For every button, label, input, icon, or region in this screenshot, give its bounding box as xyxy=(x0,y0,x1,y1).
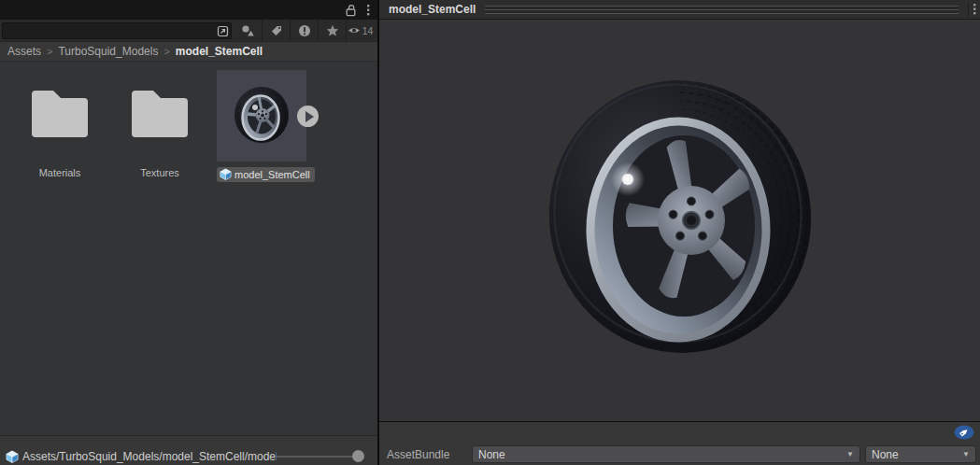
favorites-star-button[interactable] xyxy=(318,20,346,41)
grid-item-model-stemcell[interactable]: model_StemCell xyxy=(217,70,306,162)
prefab-cube-icon xyxy=(6,450,19,463)
thumbnail-size-slider[interactable] xyxy=(277,450,370,463)
asset-label: Materials xyxy=(15,167,105,178)
preview-panel: model_StemCell xyxy=(379,0,980,465)
eye-icon xyxy=(348,25,361,35)
selected-asset-path: Assets/TurboSquid_Models/model_StemCell/… xyxy=(22,450,277,463)
preview-header: model_StemCell xyxy=(379,0,980,20)
project-search-toolbar: 14 xyxy=(0,20,377,42)
model-thumbnail-tile xyxy=(217,70,306,162)
preview-title: model_StemCell xyxy=(389,3,476,16)
unlock-icon[interactable] xyxy=(345,4,357,17)
prefab-cube-icon xyxy=(220,168,232,180)
project-browser-titlebar xyxy=(0,0,377,20)
preview-kebab-menu-icon[interactable] xyxy=(973,3,976,16)
search-input[interactable] xyxy=(2,22,232,39)
toolbar-buttons: 14 xyxy=(234,20,377,41)
wheel-thumbnail xyxy=(232,86,291,146)
filter-by-type-button[interactable] xyxy=(234,20,262,41)
model-preview-render[interactable] xyxy=(540,77,820,357)
project-browser-panel: 14 Assets > TurboSquid_Models > model_St… xyxy=(0,0,377,465)
preview-footer: AssetBundle None ▼ None ▼ xyxy=(379,421,980,465)
play-icon xyxy=(305,111,314,122)
breadcrumb-separator: > xyxy=(47,46,52,57)
folder-thumbnail xyxy=(15,70,105,162)
assetbundle-row: AssetBundle None ▼ None ▼ xyxy=(379,444,980,465)
breadcrumb: Assets > TurboSquid_Models > model_StemC… xyxy=(0,42,377,62)
asset-label: Textures xyxy=(115,167,205,178)
kebab-menu-icon[interactable] xyxy=(366,4,370,17)
breadcrumb-separator: > xyxy=(163,46,169,57)
breadcrumb-item-assets[interactable]: Assets xyxy=(7,45,41,58)
unity-editor-window: 14 Assets > TurboSquid_Models > model_St… xyxy=(0,0,980,465)
visible-count-button[interactable]: 14 xyxy=(346,20,374,41)
warning-filter-button[interactable] xyxy=(290,20,318,41)
breadcrumb-item-current: model_StemCell xyxy=(176,45,263,58)
folder-icon xyxy=(29,83,91,143)
grid-item-materials-folder[interactable]: Materials xyxy=(15,70,105,162)
breadcrumb-item-turbosquid-models[interactable]: TurboSquid_Models xyxy=(58,45,158,58)
assetbundle-tag-button[interactable] xyxy=(954,425,974,444)
grid-item-textures-folder[interactable]: Textures xyxy=(115,70,205,162)
asset-grid: Materials Textures xyxy=(0,62,377,435)
folder-thumbnail xyxy=(115,70,205,162)
model-preview-viewport[interactable] xyxy=(379,21,980,420)
asset-label-selected: model_StemCell xyxy=(217,167,306,182)
filter-by-label-button[interactable] xyxy=(262,20,290,41)
preview-drag-grip[interactable] xyxy=(485,6,959,14)
header-separator xyxy=(968,3,969,17)
assetbundle-label: AssetBundle xyxy=(387,448,449,461)
play-preview-button[interactable] xyxy=(297,106,319,127)
slider-track xyxy=(277,456,362,458)
visible-count-label: 14 xyxy=(362,25,374,36)
assetbundle-variant-dropdown[interactable]: None ▼ xyxy=(865,445,976,463)
folder-icon xyxy=(129,83,191,143)
dropdown-caret-icon: ▼ xyxy=(846,450,854,458)
project-status-bar: Assets/TurboSquid_Models/model_StemCell/… xyxy=(0,435,377,465)
assetbundle-dropdown[interactable]: None ▼ xyxy=(472,445,860,463)
slider-knob[interactable] xyxy=(352,450,364,462)
dropdown-caret-icon: ▼ xyxy=(962,450,970,458)
assetbundle-dropdown-value: None xyxy=(478,448,505,461)
assetbundle-variant-value: None xyxy=(872,448,899,461)
open-in-search-window-icon[interactable] xyxy=(217,25,229,37)
